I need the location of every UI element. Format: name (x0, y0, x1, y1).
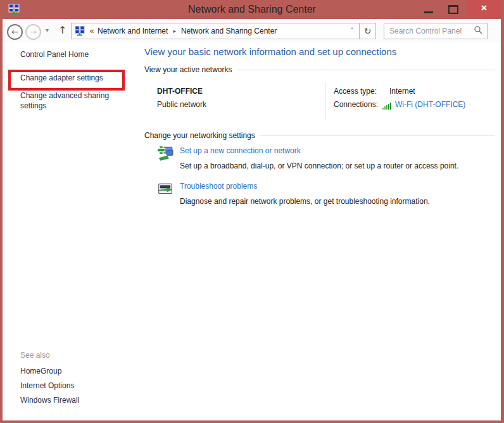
network-card-divider (325, 82, 325, 119)
breadcrumb-overflow-icon[interactable]: « (89, 26, 94, 35)
task-link-set-up-new-connection[interactable]: Set up a new connection or network (180, 146, 301, 155)
window-border-bottom (0, 420, 504, 423)
network-sharing-center-window: Network and Sharing Center × ← → ▾ ↑ (0, 0, 504, 423)
refresh-button[interactable]: ↻ (359, 23, 376, 39)
page-title: View your basic network information and … (144, 46, 396, 57)
breadcrumb-separator-icon[interactable]: ▸ (173, 28, 176, 34)
up-button[interactable]: ↑ (58, 24, 66, 36)
wifi-connection-link[interactable]: Wi-Fi (DHT-OFFICE) (395, 100, 465, 109)
networking-settings-label: Change your networking settings (144, 131, 255, 140)
forward-button[interactable]: → (25, 24, 41, 40)
minimize-icon (424, 11, 433, 13)
search-icon[interactable] (474, 25, 482, 37)
minimize-button[interactable] (418, 0, 439, 18)
breadcrumb-item-network-and-sharing-center[interactable]: Network and Sharing Center (181, 27, 277, 35)
back-button[interactable]: ← (7, 24, 23, 40)
sidebar-item-homegroup[interactable]: HomeGroup (20, 366, 61, 376)
sidebar-item-internet-options[interactable]: Internet Options (20, 381, 74, 391)
recent-pages-dropdown[interactable]: ▾ (46, 27, 49, 34)
network-name: DHT-OFFICE (157, 87, 203, 96)
wifi-signal-icon (382, 101, 393, 112)
access-type-value: Internet (389, 87, 415, 96)
task-description: Diagnose and repair network problems, or… (180, 197, 430, 206)
task-description: Set up a broadband, dial-up, or VPN conn… (180, 161, 458, 170)
connections-label: Connections: (334, 100, 378, 109)
search-box (384, 23, 488, 39)
active-networks-label: View your active networks (144, 65, 232, 74)
navigation-toolbar: ← → ▾ ↑ « Network and Internet ▸ Network… (3, 19, 501, 43)
network-location-icon (75, 26, 85, 36)
maximize-button[interactable] (442, 0, 463, 18)
sidebar-item-change-advanced-sharing-settings[interactable]: Change advanced sharing settings (20, 91, 125, 111)
networking-settings-section-header: Change your networking settings (144, 131, 495, 140)
section-rule (260, 136, 495, 136)
address-dropdown-icon[interactable]: ˅ (345, 23, 359, 39)
address-bar[interactable]: « Network and Internet ▸ Network and Sha… (71, 23, 360, 39)
sidebar-item-control-panel-home[interactable]: Control Panel Home (20, 49, 89, 60)
task-link-troubleshoot-problems[interactable]: Troubleshoot problems (180, 182, 257, 191)
maximize-icon (448, 5, 458, 14)
titlebar: Network and Sharing Center × (0, 0, 504, 19)
search-input[interactable] (384, 27, 474, 35)
access-type-label: Access type: (334, 87, 377, 96)
content-area: Control Panel Home Change adapter settin… (3, 42, 501, 420)
annotation-red-box (8, 70, 125, 91)
sidebar-item-windows-firewall[interactable]: Windows Firewall (20, 395, 79, 405)
close-icon: × (481, 2, 488, 14)
active-networks-section-header: View your active networks (144, 65, 495, 74)
network-profile: Public network (157, 100, 206, 109)
window-border-right (501, 19, 504, 423)
new-connection-icon (157, 146, 173, 162)
main-pane: View your basic network information and … (144, 42, 495, 420)
section-rule (237, 70, 495, 70)
troubleshoot-icon (157, 181, 173, 198)
breadcrumb-item-network-and-internet[interactable]: Network and Internet (98, 27, 168, 35)
close-button[interactable]: × (467, 0, 501, 18)
see-also-label: See also (20, 351, 50, 360)
